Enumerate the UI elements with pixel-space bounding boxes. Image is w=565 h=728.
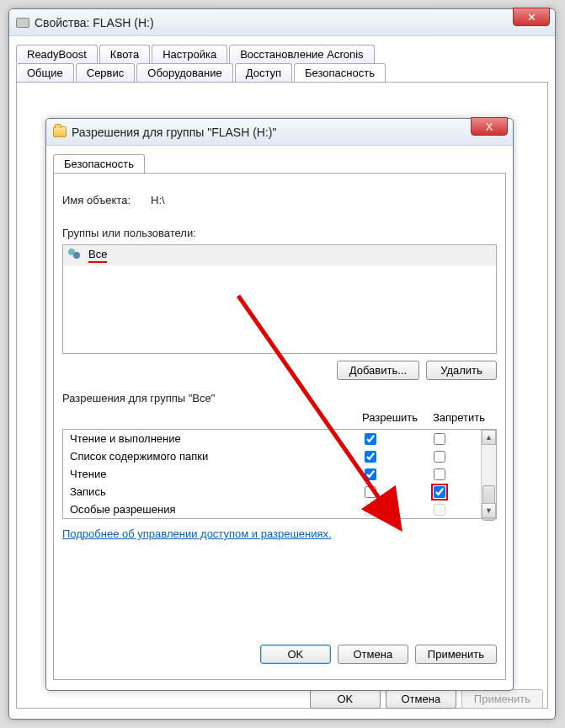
perm-row: Чтение [63,465,481,483]
tab-security[interactable]: Безопасность [294,63,386,82]
deny-checkbox[interactable] [434,451,445,463]
deny-checkbox[interactable] [434,433,445,445]
scroll-down-button[interactable]: ▼ [482,503,496,518]
deny-column-header: Запретить [424,411,493,424]
ok-button[interactable]: OK [260,645,331,664]
tab-hardware[interactable]: Оборудование [136,63,232,82]
perm-name: Особые разрешения [70,503,336,516]
tab-row-1: ReadyBoost Квота Настройка Восстановлени… [9,40,555,63]
tab-sharing[interactable]: Доступ [235,63,292,82]
learn-more-link[interactable]: Подробнее об управлении доступом и разре… [62,527,497,540]
group-item-all[interactable]: Все [63,245,496,265]
tab-readyboost[interactable]: ReadyBoost [16,45,98,63]
groups-label: Группы или пользователи: [62,227,497,239]
tab-security[interactable]: Безопасность [53,154,145,173]
properties-button-row: OK Отмена Применить [310,689,543,709]
tab-row-2: Общие Сервис Оборудование Доступ Безопас… [9,63,555,82]
allow-checkbox[interactable] [365,468,376,480]
tab-tools[interactable]: Сервис [76,63,136,82]
groups-listbox[interactable]: Все [62,244,497,354]
object-name-value: H:\ [151,194,165,206]
permissions-titlebar[interactable]: Разрешения для группы "FLASH (H:)" X [46,119,513,146]
allow-checkbox [365,504,376,516]
permissions-title: Разрешения для группы "FLASH (H:)" [72,126,276,139]
close-icon: ✕ [527,11,536,24]
cancel-button[interactable]: Отмена [386,689,456,709]
deny-checkbox [434,504,445,516]
close-button[interactable]: X [471,117,508,136]
tab-acronis[interactable]: Восстановление Acronis [229,45,374,63]
properties-title: Свойства: FLASH (H:) [35,16,154,29]
cancel-button[interactable]: Отмена [338,645,408,664]
perm-name: Чтение и выполнение [70,432,336,445]
group-button-row: Добавить... Удалить [62,361,497,380]
apply-button[interactable]: Применить [415,645,497,664]
perm-button-row: OK Отмена Применить [62,645,497,664]
deny-checkbox-write[interactable] [434,486,445,498]
group-item-label: Все [88,248,107,263]
tab-quota[interactable]: Квота [99,45,150,63]
permissions-header: Разрешить Запретить [62,410,497,429]
deny-checkbox[interactable] [434,468,445,480]
tab-general[interactable]: Общие [16,63,74,82]
perm-row: Чтение и выполнение [63,430,481,447]
permissions-window: Разрешения для группы "FLASH (H:)" X Без… [45,118,514,691]
remove-button[interactable]: Удалить [426,361,497,380]
scroll-up-button[interactable]: ▲ [482,430,496,445]
perm-name: Список содержимого папки [70,450,336,463]
allow-checkbox[interactable] [365,451,376,463]
close-icon: X [486,120,493,133]
tab-customize[interactable]: Настройка [152,45,227,63]
drive-icon [16,18,29,28]
users-icon [68,249,83,262]
permissions-tabpanel: Имя объекта: H:\ Группы или пользователи… [53,173,506,680]
allow-column-header: Разрешить [355,411,424,424]
allow-checkbox[interactable] [365,433,376,445]
apply-button: Применить [461,689,543,709]
add-button[interactable]: Добавить... [337,361,419,380]
permissions-for-label: Разрешения для группы "Все" [62,392,497,404]
perm-row: Запись [63,483,481,500]
ok-button[interactable]: OK [310,689,381,709]
folder-icon [53,126,67,137]
perm-tab-row: Безопасность [46,149,513,173]
close-button[interactable]: ✕ [513,8,550,26]
perm-row: Список содержимого папки [63,447,481,465]
allow-checkbox[interactable] [365,486,376,498]
perm-name: Запись [70,485,336,498]
permissions-scrollbar[interactable]: ▲ ▼ [481,430,496,518]
perm-name: Чтение [70,468,336,480]
perm-row: Особые разрешения [63,500,481,518]
permissions-grid: Чтение и выполнение Список содержимого п… [62,429,497,519]
object-name-label: Имя объекта: [62,194,131,206]
properties-titlebar[interactable]: Свойства: FLASH (H:) ✕ [9,9,555,36]
